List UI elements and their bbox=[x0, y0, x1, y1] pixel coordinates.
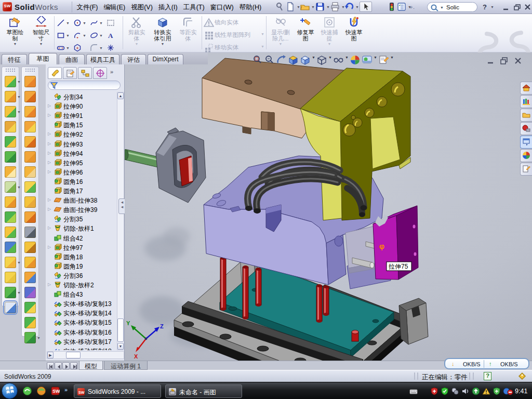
menu-4[interactable]: 工具(T) bbox=[180, 0, 207, 15]
featuremanager-tab[interactable] bbox=[48, 67, 62, 79]
dropdown-arrow[interactable]: ▼ bbox=[328, 56, 333, 59]
ribbon-tab-2[interactable]: 曲面 bbox=[59, 54, 85, 64]
messenger-icon[interactable] bbox=[23, 387, 32, 395]
reference-geometry-icon[interactable]: ▼ bbox=[5, 257, 16, 268]
appearance-icon[interactable] bbox=[350, 55, 361, 65]
display-style-icon[interactable] bbox=[316, 55, 327, 65]
pinwheel-icon[interactable] bbox=[24, 136, 36, 148]
dropdown-arrow[interactable]: ▼ bbox=[355, 5, 359, 9]
tree-item[interactable]: 实体-移动/复制16 bbox=[47, 327, 117, 337]
expand-arrow[interactable]: ▷ bbox=[48, 103, 51, 108]
scroll-right-button[interactable]: ▶ bbox=[47, 352, 54, 358]
tree-item[interactable]: 组合42 bbox=[47, 233, 117, 243]
status-help-icon[interactable]: ? bbox=[484, 372, 491, 380]
minimize-button[interactable] bbox=[502, 4, 510, 11]
tree-item[interactable]: ▷拉伸90 bbox=[47, 101, 117, 111]
tree-item[interactable]: ▷拉伸97 bbox=[47, 243, 117, 252]
smart-dimension-button[interactable]: 智能尺寸▼ bbox=[29, 15, 53, 46]
surface-icon[interactable] bbox=[24, 166, 36, 178]
scene-icon[interactable] bbox=[362, 55, 373, 65]
spline-icon[interactable] bbox=[89, 18, 99, 28]
dome-arc-icon[interactable] bbox=[24, 91, 36, 102]
ribbon-tab-0[interactable]: 特征 bbox=[2, 54, 27, 64]
tree-item[interactable]: 实体-移动/复制17 bbox=[47, 337, 117, 346]
dropdown-arrow[interactable]: ▼ bbox=[29, 42, 53, 46]
error-ball-icon[interactable] bbox=[24, 227, 36, 238]
shell-icon[interactable] bbox=[24, 257, 36, 268]
vent-icon[interactable] bbox=[24, 121, 36, 132]
wedge-icon[interactable] bbox=[5, 151, 16, 163]
tree-item[interactable]: 圆角15 bbox=[47, 120, 117, 129]
doc-close-icon[interactable] bbox=[513, 57, 524, 65]
selection-box-icon[interactable] bbox=[106, 18, 115, 28]
tree-item[interactable]: 圆角19 bbox=[47, 261, 117, 271]
ellipse-icon[interactable] bbox=[89, 31, 99, 40]
freeform-icon[interactable] bbox=[24, 181, 36, 193]
feature-wizard-icon[interactable] bbox=[5, 166, 16, 178]
swept-boss-icon[interactable]: ▼ bbox=[5, 106, 16, 117]
configurationmanager-tab[interactable] bbox=[78, 67, 92, 79]
dropdown-arrow[interactable]: ▼ bbox=[66, 34, 70, 37]
curve-icon[interactable]: ▼ bbox=[5, 287, 16, 298]
toolbar-grip[interactable] bbox=[5, 68, 16, 72]
arrow-fold-icon[interactable] bbox=[24, 272, 36, 283]
annotation-icon[interactable] bbox=[378, 55, 389, 65]
tree-item[interactable]: ▷拉伸95 bbox=[47, 158, 117, 167]
tree-item[interactable]: 组合43 bbox=[47, 289, 117, 299]
doc-restore-icon[interactable] bbox=[499, 57, 510, 65]
dropdown-arrow[interactable]: ▼ bbox=[150, 42, 176, 46]
list-button-0[interactable]: 镜向实体 bbox=[204, 18, 265, 28]
open-icon[interactable] bbox=[300, 2, 311, 12]
file-explorer-icon[interactable] bbox=[520, 109, 532, 122]
dimxpertmanager-tab[interactable] bbox=[93, 67, 107, 79]
sketch-button[interactable]: 草图绘制▼ bbox=[2, 15, 28, 46]
tree-item[interactable]: 实体-移动/复制15 bbox=[47, 317, 117, 327]
security-red-icon[interactable] bbox=[430, 387, 438, 395]
tree-item[interactable]: 实体-移动/复制13 bbox=[47, 299, 117, 308]
dome-icon[interactable] bbox=[24, 302, 36, 313]
help-arrow[interactable]: ▼ bbox=[490, 5, 494, 9]
boss-icon[interactable] bbox=[5, 136, 16, 148]
power-dots-icon[interactable]: ». bbox=[409, 2, 421, 12]
view-palette-icon[interactable] bbox=[520, 136, 532, 149]
undo-icon[interactable] bbox=[344, 2, 355, 12]
flex-icon[interactable] bbox=[24, 76, 36, 87]
shield-plus-icon[interactable] bbox=[493, 387, 501, 395]
expand-arrow[interactable]: ▷ bbox=[48, 131, 51, 136]
panel-more-chevron[interactable]: » bbox=[110, 69, 113, 75]
dropdown-arrow[interactable]: ▼ bbox=[374, 56, 378, 59]
tree-item[interactable]: ▷曲面-拉伸38 bbox=[47, 195, 117, 205]
extruded-boss-icon[interactable]: ▼ bbox=[5, 76, 16, 87]
scroll-thumb[interactable] bbox=[117, 318, 124, 342]
volume-icon[interactable] bbox=[461, 387, 470, 395]
ribbon-tab-1[interactable]: 草图 bbox=[29, 53, 57, 64]
repair-sketch-button[interactable]: 修复草图 bbox=[294, 15, 317, 42]
tree-item[interactable]: 圆角17 bbox=[47, 186, 117, 195]
expand-arrow[interactable]: ▷ bbox=[48, 245, 51, 249]
network-speed-widget[interactable]: ↓ OKB/S ↑ OKB/S bbox=[444, 358, 529, 369]
dropdown-arrow[interactable]: ▼ bbox=[390, 56, 395, 59]
dropdown-arrow[interactable]: ▼ bbox=[83, 21, 86, 25]
zoom-fit-icon[interactable] bbox=[252, 55, 263, 65]
menu-5[interactable]: 窗口(W) bbox=[207, 0, 236, 15]
squiggle-icon[interactable]: ▼ bbox=[24, 332, 36, 343]
media-ball-icon[interactable] bbox=[37, 387, 46, 395]
expand-arrow[interactable]: ▷ bbox=[48, 169, 51, 174]
dropdown-arrow[interactable]: ▼ bbox=[311, 5, 315, 9]
pin-icon[interactable] bbox=[274, 2, 286, 12]
hscroll-thumb[interactable] bbox=[66, 352, 81, 358]
wireless-warning-icon[interactable] bbox=[482, 387, 490, 395]
custom-properties-icon[interactable] bbox=[520, 163, 532, 176]
polygon-icon[interactable] bbox=[73, 43, 82, 52]
print-icon[interactable] bbox=[330, 2, 341, 12]
expand-arrow[interactable]: ▷ bbox=[48, 113, 51, 117]
doc-minimize-icon[interactable] bbox=[485, 57, 497, 65]
list-button-2[interactable]: 移动实体▼ bbox=[204, 43, 265, 53]
dropdown-arrow[interactable]: ▼ bbox=[66, 21, 70, 25]
display-delete-relations-button[interactable]: 显示/删除几...▼ bbox=[268, 15, 293, 46]
dropdown-arrow[interactable]: ▼ bbox=[125, 42, 149, 46]
messenger-status-icon[interactable] bbox=[503, 387, 511, 395]
graphics-viewport[interactable]: φ 拉伸75 Y Z X ▼▼▼▼▼ bbox=[125, 52, 532, 361]
reference-plane-icon[interactable] bbox=[5, 272, 16, 283]
options-list-icon[interactable] bbox=[396, 2, 408, 12]
